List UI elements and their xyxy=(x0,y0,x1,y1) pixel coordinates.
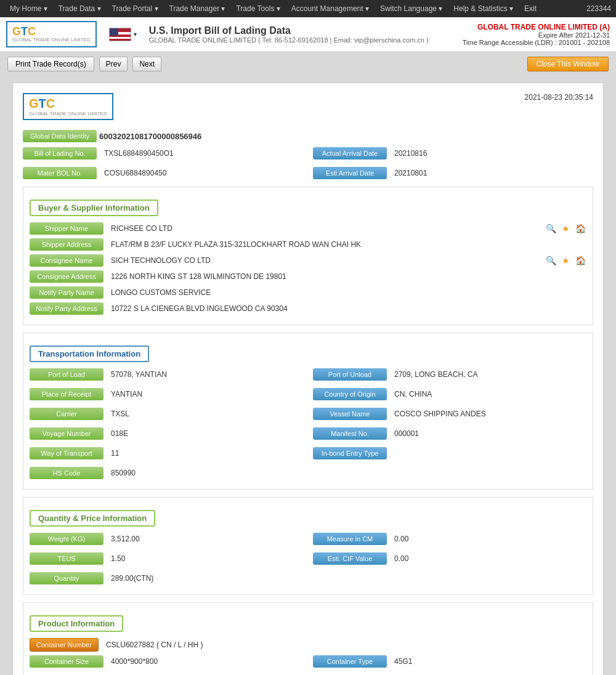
notify-party-name-label: Notify Party Name xyxy=(30,286,103,299)
transport-row-4: Voyage Number 018E Manifest No. 000001 xyxy=(30,427,586,443)
company-name: GLOBAL TRADE ONLINE LIMITED (A) xyxy=(463,23,610,31)
container-size-row: Container Size 4000*900*800 xyxy=(30,655,303,668)
way-of-transport-value: 11 xyxy=(108,448,303,459)
nav-help-statistics[interactable]: Help & Statistics ▾ xyxy=(448,2,518,15)
flag-area[interactable]: ▾ xyxy=(109,28,137,41)
voyage-number-row: Voyage Number 018E xyxy=(30,427,303,440)
logo-area: GTC GLOBAL TRADE ONLINE LIMITED xyxy=(6,21,97,47)
star-icon-2[interactable]: ★ xyxy=(559,254,572,267)
account-info: GLOBAL TRADE ONLINE LIMITED (A) Expire A… xyxy=(463,23,610,46)
consignee-name-label: Consignee Name xyxy=(30,254,103,267)
account-id: 223344 xyxy=(586,4,611,13)
place-of-receipt-value: YANTIAN xyxy=(108,389,303,400)
quantity-row: Quantity 289.00(CTN) xyxy=(30,572,586,584)
teus-value: 1.50 xyxy=(108,553,303,564)
container-size-value: 4000*900*800 xyxy=(108,656,303,667)
esti-arrival-value: 20210801 xyxy=(392,168,593,179)
nav-trade-portal[interactable]: Trade Portal ▾ xyxy=(107,2,163,15)
product-section: Product Information Container Number CSL… xyxy=(23,602,593,675)
container-number-value: CSLU6027882 ( CN / L / HH ) xyxy=(103,639,586,650)
nav-exit[interactable]: Exit xyxy=(519,2,541,15)
transportation-title: Transportation Information xyxy=(30,346,149,362)
global-data-id-label: Global Data Identity xyxy=(23,130,97,142)
home-icon[interactable]: 🏠 xyxy=(574,222,586,235)
vessel-name-label: Vessel Name xyxy=(313,408,387,420)
manifest-no-row: Manifest No. 000001 xyxy=(313,427,586,440)
country-of-origin-value: CN, CHINA xyxy=(392,389,586,400)
mater-bol-row: Mater BOL No. COSU6884890450 Esti Arriva… xyxy=(23,167,593,183)
transport-row-2: Place of Receipt YANTIAN Country of Orig… xyxy=(30,388,586,404)
measure-value: 0.00 xyxy=(392,533,586,544)
container-number-btn[interactable]: Container Number xyxy=(30,638,99,652)
way-of-transport-row: Way of Transport 11 xyxy=(30,447,303,459)
mater-bol-label: Mater BOL No. xyxy=(23,167,97,179)
mater-bol-value: COSU6884890450 xyxy=(102,168,303,179)
hs-code-value: 850990 xyxy=(108,467,586,479)
vessel-name-row: Vessel Name COSCO SHIPPING ANDES xyxy=(313,408,586,420)
shipper-address-value: FLAT/RM B 23/F LUCKY PLAZA 315-321LOCKHA… xyxy=(108,239,586,250)
in-bond-entry-label: In-bond Entry Type xyxy=(313,447,387,459)
actual-arrival-value: 20210816 xyxy=(392,148,593,159)
actual-arrival-row: Actual Arrival Date 20210816 xyxy=(313,147,593,160)
search-icon-2[interactable]: 🔍 xyxy=(545,254,557,267)
notify-party-name-row: Notify Party Name LONGO CUSTOMS SERVICE xyxy=(30,286,586,299)
qp-row-1: Weight (KG) 3,512.00 Measure in CM 0.00 xyxy=(30,533,586,549)
nav-trade-manager[interactable]: Trade Manager ▾ xyxy=(164,2,230,15)
port-of-load-row: Port of Load 57078, YANTIAN xyxy=(30,368,303,381)
hs-code-row: HS Code 850990 xyxy=(30,467,586,479)
notify-party-address-label: Notify Party Address xyxy=(30,302,103,315)
quantity-price-section: Quantity & Price Information Weight (KG)… xyxy=(23,497,593,595)
container-size-label: Container Size xyxy=(30,655,103,668)
nav-switch-language[interactable]: Switch Language ▾ xyxy=(375,2,447,15)
prev-button-top[interactable]: Prev xyxy=(99,57,128,71)
quantity-label: Quantity xyxy=(30,572,103,584)
container-number-row: Container Number CSLU6027882 ( CN / L / … xyxy=(30,638,586,652)
way-of-transport-label: Way of Transport xyxy=(30,447,103,459)
manifest-no-label: Manifest No. xyxy=(313,427,387,440)
print-button-top[interactable]: Print Trade Record(s) xyxy=(7,57,94,71)
home-icon-2[interactable]: 🏠 xyxy=(574,254,586,267)
nav-trade-data[interactable]: Trade Data ▾ xyxy=(54,2,106,15)
nav-my-home[interactable]: My Home ▾ xyxy=(5,2,52,15)
container-type-row: Container Type 45G1 xyxy=(313,655,586,668)
vessel-name-value: COSCO SHIPPING ANDES xyxy=(392,408,586,419)
next-button-top[interactable]: Next xyxy=(132,57,161,71)
weight-value: 3,512.00 xyxy=(108,533,303,544)
esti-arrival-row: Esti Arrival Date 20210801 xyxy=(313,167,593,179)
shipper-name-row: Shipper Name RICHSEE CO LTD 🔍 ★ 🏠 xyxy=(30,222,586,235)
shipper-name-label: Shipper Name xyxy=(30,222,103,235)
measure-row: Measure in CM 0.00 xyxy=(313,533,586,545)
in-bond-entry-value xyxy=(392,452,586,455)
manifest-no-value: 000001 xyxy=(392,428,586,439)
bol-arrival-row: Bill of Lading No. TXSL6884890450O1 Actu… xyxy=(23,147,593,163)
nav-items: My Home ▾ Trade Data ▾ Trade Portal ▾ Tr… xyxy=(5,2,541,15)
country-of-origin-label: Country of Origin xyxy=(313,388,387,400)
notify-party-name-value: LONGO CUSTOMS SERVICE xyxy=(108,287,586,298)
notify-party-address-value: 10722 S LA CIENEGA BLVD INGLEWOOD CA 903… xyxy=(108,303,586,314)
in-bond-entry-row: In-bond Entry Type xyxy=(313,447,586,459)
measure-label: Measure in CM xyxy=(313,533,387,545)
nav-account-management[interactable]: Account Management ▾ xyxy=(286,2,374,15)
container-type-label: Container Type xyxy=(313,655,387,668)
consignee-icons: 🔍 ★ 🏠 xyxy=(545,254,586,267)
product-title: Product Information xyxy=(30,615,123,632)
weight-label: Weight (KG) xyxy=(30,533,103,545)
transport-row-5: Way of Transport 11 In-bond Entry Type xyxy=(30,447,586,463)
bol-no-value: TXSL6884890450O1 xyxy=(102,148,303,159)
consignee-address-label: Consignee Address xyxy=(30,270,103,283)
port-of-load-value: 57078, YANTIAN xyxy=(108,369,303,380)
close-button-top[interactable]: Close This Window xyxy=(527,57,609,71)
buyer-supplier-title: Buyer & Supplier Information xyxy=(30,200,158,216)
prod-row-1: Container Size 4000*900*800 Container Ty… xyxy=(30,655,586,671)
carrier-label: Carrier xyxy=(30,408,103,420)
mater-bol-no-row: Mater BOL No. COSU6884890450 xyxy=(23,167,303,179)
teus-label: TEUS xyxy=(30,552,103,565)
qp-row-2: TEUS 1.50 Esti. CIF Value 0.00 xyxy=(30,552,586,568)
esti-cif-row: Esti. CIF Value 0.00 xyxy=(313,552,586,565)
actual-arrival-label: Actual Arrival Date xyxy=(313,147,387,160)
search-icon[interactable]: 🔍 xyxy=(545,222,557,235)
star-icon[interactable]: ★ xyxy=(559,222,572,235)
consignee-name-row: Consignee Name SICH TECHNOLOGY CO LTD 🔍 … xyxy=(30,254,586,267)
nav-trade-tools[interactable]: Trade Tools ▾ xyxy=(231,2,285,15)
consignee-name-value: SICH TECHNOLOGY CO LTD xyxy=(108,255,540,266)
